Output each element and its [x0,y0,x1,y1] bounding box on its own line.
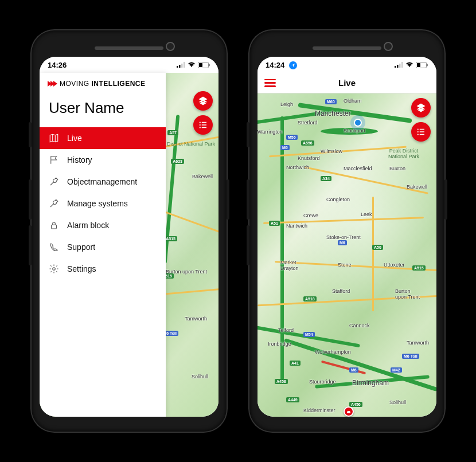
svg-rect-13 [52,225,57,229]
status-bar: 14:24 [257,57,436,73]
car-icon [346,409,352,414]
menu-label: History [67,155,92,165]
page-title: Live [338,78,356,88]
menu-button[interactable] [264,79,276,87]
road-shield: A50 [372,245,383,250]
svg-point-11 [200,127,201,128]
svg-point-9 [200,124,201,126]
menu-item-alarm-block[interactable]: Alarm block [40,214,166,236]
volume-button [247,225,249,265]
volume-button [247,122,249,147]
map-label: Manchester [315,109,351,118]
user-location-dot [354,119,362,127]
svg-rect-21 [417,63,420,67]
map-label: Bakewell [407,184,427,190]
map-label: Stoke-on-Trent [326,234,361,240]
road-shield: M6 Toll [402,354,419,359]
svg-point-7 [200,122,201,123]
map-label: Stretford [298,120,318,126]
menu-item-settings[interactable]: Settings [40,258,166,280]
map-label: Peak District National Park [388,148,419,160]
map-label: Stafford [332,288,350,294]
menu-item-support[interactable]: Support [40,236,166,258]
map-label: Macclesfield [344,166,372,171]
map-label: Solihull [389,400,406,405]
map-label: Tamworth [185,316,207,322]
username-label: User Name [40,92,166,127]
list-button[interactable] [193,115,213,135]
layers-button[interactable] [411,98,431,118]
map-label: Ironbridge [268,341,291,347]
status-bar: 14:26 [40,57,219,73]
map-label: Wilmslow [321,148,342,154]
menu-item-manage-systems[interactable]: Manage systems [40,193,166,214]
road-shield: A51 [269,221,280,226]
map-controls [411,98,431,142]
svg-rect-12 [202,127,206,128]
map-label: Congleton [326,197,350,202]
status-indicators [177,62,210,68]
signal-icon [177,62,185,68]
map-label: Kidderminster [303,408,335,413]
svg-rect-5 [209,64,210,66]
road-shield: A623 [171,159,184,164]
svg-rect-25 [420,131,424,132]
svg-point-24 [418,131,419,132]
wifi-icon [405,62,413,68]
map-label: Solihull [192,374,208,379]
map-view[interactable]: Manchester Oldham Leigh Stretford Stockp… [257,93,436,417]
svg-rect-3 [184,62,185,68]
road-shield: M6 [280,145,290,150]
road-shield: A515 [164,236,177,241]
svg-rect-18 [401,62,403,68]
lock-icon [49,220,59,230]
road-shield: A515 [412,265,426,271]
map-label: Uttoxeter [384,262,405,268]
menu-label: Alarm block [67,221,109,230]
list-button[interactable] [411,122,431,142]
map-label: Northwich [286,165,309,170]
layers-button[interactable] [193,91,213,111]
volume-button [29,225,32,265]
road-shield: A556 [301,140,314,146]
location-indicator-icon [289,61,297,69]
map-label: Leigh [280,101,293,107]
map-label: Stockport [344,128,365,134]
flag-icon [49,155,59,165]
volume-button [247,179,249,220]
menu-label: Support [67,242,95,252]
map-label: Knutsford [298,155,320,161]
map-label: Market Drayton [280,260,299,271]
svg-rect-23 [420,129,424,130]
screen: 14:24 Live [257,57,436,417]
volume-button [29,122,32,147]
volume-button [29,179,32,220]
map-label: Stourbridge [309,379,336,385]
menu-item-history[interactable]: History [40,149,166,171]
road-shield: M56 [286,135,298,140]
vehicle-marker[interactable] [344,406,354,417]
map-label: Oldham [344,98,362,104]
map-label: Tamworth [407,340,429,346]
battery-icon [416,62,428,68]
road-shield: A449 [286,397,299,402]
menu-item-live[interactable]: Live [40,127,166,149]
phone-live-view: 14:24 Live [249,30,444,432]
menu-label: Live [67,134,82,143]
svg-rect-10 [202,124,206,126]
map-label: Nantwich [286,223,307,229]
menu-label: Settings [67,264,96,273]
svg-point-14 [53,268,56,271]
road-shield: A458 [275,379,288,384]
main-menu: Live History Objectmanagement Manage sys… [40,127,166,280]
layers-icon [198,96,208,106]
map-label: Telford [278,327,294,333]
menu-item-objectmanagement[interactable]: Objectmanagement [40,171,166,193]
svg-point-22 [418,128,419,130]
svg-rect-0 [177,66,178,68]
map-label: Crewe [303,213,318,218]
svg-rect-16 [397,65,399,68]
road-shield: A518 [303,296,317,302]
svg-point-26 [418,134,419,135]
map-label: Leek [361,212,372,217]
